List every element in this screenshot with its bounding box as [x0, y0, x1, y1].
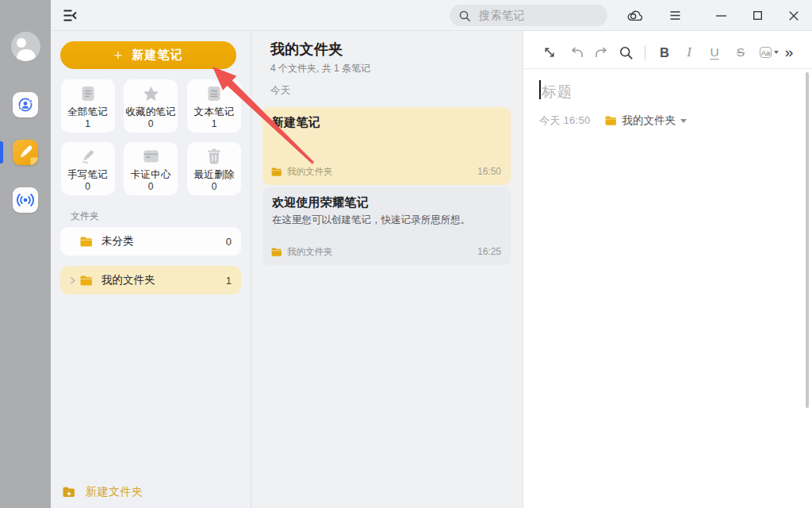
recently-deleted-icon — [187, 148, 241, 164]
broadcast-app-icon[interactable] — [13, 187, 38, 213]
active-app-indicator — [0, 141, 3, 164]
starred-notes-icon — [124, 86, 178, 102]
note-title: 欢迎使用荣耀笔记 — [272, 195, 369, 210]
note-footer: 我的文件夹 16:50 — [271, 166, 501, 177]
broadcast-icon — [13, 187, 38, 213]
editor-folder-name: 我的文件夹 — [622, 114, 676, 128]
note-title: 新建笔记 — [272, 115, 320, 130]
font-style-caret-icon — [774, 51, 779, 54]
editor-toolbar: B I U S Aa » — [524, 31, 812, 69]
folder-icon — [271, 167, 282, 176]
tile-label: 收藏的笔记 — [124, 106, 178, 119]
font-style-button[interactable]: Aa — [759, 33, 779, 71]
tile-label: 手写笔记 — [61, 168, 115, 182]
avatar-head-shape — [17, 38, 26, 48]
cloud-sync-button[interactable] — [626, 0, 643, 31]
all-notes-icon — [61, 86, 115, 102]
notes-list-panel: 我的文件夹 4 个文件夹, 共 1 条笔记 今天 新建笔记 我的文件夹 16:5… — [251, 31, 523, 508]
folders-section-label: 文件夹 — [71, 210, 99, 223]
tile-label: 最近删除 — [187, 168, 241, 182]
tile-handwritten-notes[interactable]: 手写笔记 0 — [61, 142, 115, 195]
new-note-label: 新建笔记 — [132, 48, 183, 63]
folder-icon — [80, 237, 93, 247]
folder-icon — [271, 248, 282, 256]
tile-all-notes[interactable]: 全部笔记 1 — [61, 79, 115, 133]
note-card-welcome[interactable]: 欢迎使用荣耀笔记 在这里您可以创建笔记，快速记录所思所想。 我的文件夹 16:2… — [262, 187, 511, 265]
editor-panel: B I U S Aa » 标题 今天 16:50 我的文件夹 — [524, 31, 812, 508]
editor-meta-row: 今天 16:50 我的文件夹 — [539, 115, 687, 126]
undo-icon — [570, 46, 584, 59]
tile-label: 全部笔记 — [61, 106, 115, 119]
maximize-icon — [753, 11, 762, 20]
title-bar: 搜索笔记 — [51, 0, 812, 31]
search-in-note-button[interactable] — [618, 33, 634, 71]
note-card-new-note[interactable]: 新建笔记 我的文件夹 16:50 — [262, 107, 511, 185]
tile-count: 0 — [187, 181, 241, 192]
app-window: 搜索笔记 — [0, 0, 812, 508]
folder-name: 我的文件夹 — [102, 273, 226, 287]
folder-row-my-folder[interactable]: 我的文件夹 1 — [60, 266, 241, 294]
toolbar-divider — [645, 45, 645, 60]
editor-folder-selector[interactable]: 我的文件夹 — [605, 114, 688, 128]
minimize-icon — [716, 15, 726, 17]
dock-rail — [0, 0, 51, 508]
tile-count: 0 — [124, 118, 178, 129]
tile-label: 文本笔记 — [187, 106, 241, 119]
new-note-button[interactable]: + 新建笔记 — [60, 41, 236, 69]
user-avatar[interactable] — [11, 32, 40, 61]
cloud-sync-icon — [627, 10, 642, 22]
notes-app-icon[interactable] — [13, 140, 38, 165]
expand-button[interactable] — [542, 33, 556, 71]
plus-icon: + — [113, 48, 122, 63]
folder-icon — [80, 275, 93, 286]
folder-count: 1 — [226, 275, 232, 287]
note-title-input[interactable]: 标题 — [542, 82, 573, 102]
folder-row-uncategorized[interactable]: 未分类 0 — [60, 227, 241, 256]
maximize-button[interactable] — [748, 0, 767, 31]
tile-text-notes[interactable]: 文本笔记 1 — [187, 79, 241, 133]
tile-count: 1 — [187, 118, 241, 129]
folder-name: 未分类 — [102, 234, 226, 248]
tile-starred-notes[interactable]: 收藏的笔记 0 — [124, 79, 178, 133]
search-input[interactable]: 搜索笔记 — [450, 5, 607, 26]
redo-button[interactable] — [593, 33, 609, 71]
underline-button[interactable]: U — [707, 33, 722, 71]
folder-count: 0 — [226, 236, 232, 248]
note-footer: 我的文件夹 16:25 — [271, 246, 501, 257]
notes-list-title: 我的文件夹 — [270, 40, 343, 59]
folder-icon — [605, 116, 617, 125]
collapse-sidebar-icon — [63, 10, 77, 21]
tile-card-center[interactable]: 卡证中心 0 — [124, 142, 178, 195]
minimize-button[interactable] — [711, 0, 730, 31]
tile-label: 卡证中心 — [124, 168, 178, 182]
close-icon — [789, 11, 799, 21]
new-folder-button[interactable]: 新建文件夹 — [63, 485, 144, 499]
note-time: 16:50 — [477, 166, 501, 177]
italic-button[interactable]: I — [682, 33, 696, 71]
note-preview: 在这里您可以创建笔记，快速记录所思所想。 — [272, 214, 470, 227]
notes-pencil-icon — [13, 140, 38, 165]
font-style-box: Aa — [760, 47, 772, 58]
tile-count: 0 — [61, 181, 115, 192]
expand-icon — [543, 46, 556, 59]
sidebar: + 新建笔记 全部笔记 1 收藏的 — [51, 31, 251, 508]
strikethrough-button[interactable]: S — [733, 33, 749, 71]
search-placeholder: 搜索笔记 — [479, 9, 525, 23]
text-notes-icon — [187, 86, 241, 102]
bold-button[interactable]: B — [657, 33, 672, 71]
search-icon — [459, 10, 470, 21]
more-tools-button[interactable]: » — [781, 33, 797, 71]
note-folder-label: 我的文件夹 — [287, 246, 477, 258]
menu-button[interactable] — [666, 0, 684, 31]
editor-timestamp: 今天 16:50 — [539, 114, 591, 128]
undo-button[interactable] — [569, 33, 585, 71]
note-time: 16:25 — [477, 246, 501, 257]
new-folder-icon — [63, 487, 75, 498]
notes-group-label: 今天 — [270, 84, 290, 98]
collapse-sidebar-button[interactable] — [63, 10, 77, 21]
tile-recently-deleted[interactable]: 最近删除 0 — [187, 142, 241, 195]
connect-app-icon[interactable] — [13, 92, 38, 117]
editor-scrollbar[interactable] — [806, 72, 809, 408]
close-button[interactable] — [784, 0, 803, 31]
notes-list-subtitle: 4 个文件夹, 共 1 条笔记 — [270, 62, 370, 75]
